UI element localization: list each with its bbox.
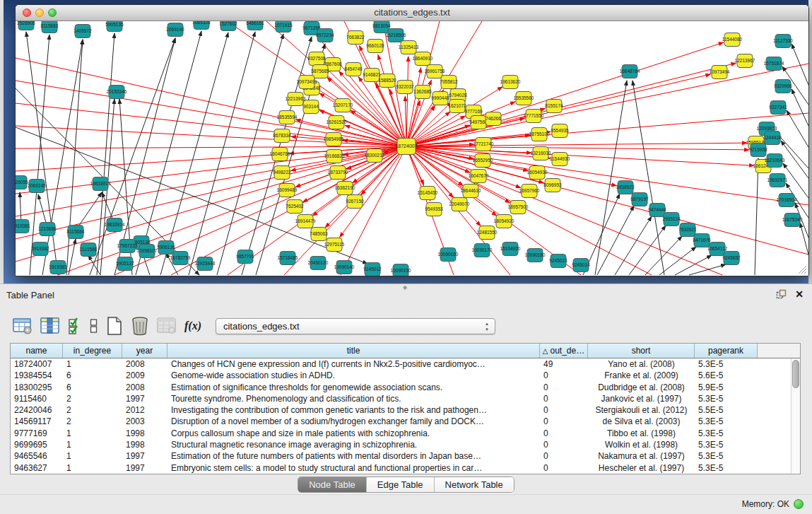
cell-name[interactable]: 9463627 [11, 462, 63, 474]
graph-node[interactable]: 19218506 [386, 29, 406, 42]
cell-short[interactable]: Yano et al. (2008) [588, 358, 695, 370]
cell-title[interactable]: Structural magnetic resonance image aver… [167, 439, 540, 450]
graph-node[interactable]: 8096953 [543, 179, 562, 192]
graph-node[interactable]: 16648784 [620, 65, 640, 78]
cell-pagerank[interactable]: 5.3E-5 [695, 428, 758, 439]
cell-short[interactable]: Dudbridge et al. (2008) [588, 382, 695, 393]
graph-node[interactable]: 10090180 [525, 249, 546, 262]
graph-node[interactable]: 9245013 [549, 255, 567, 268]
graph-node[interactable]: 1621072 [448, 100, 466, 113]
cell-short[interactable]: Nakamura et al. (1997) [588, 450, 695, 462]
graph-node[interactable]: 2935114 [663, 213, 681, 226]
graph-node[interactable]: 17721740 [473, 138, 494, 151]
column-header-out_de[interactable]: △out_de… [540, 344, 588, 358]
cell-title[interactable]: Genome-wide association studies in ADHD. [167, 370, 540, 381]
graph-node[interactable]: 3919382 [31, 243, 49, 256]
graph-node[interactable]: 9329966 [774, 80, 792, 93]
cell-name[interactable]: 19384554 [11, 370, 63, 381]
graph-node[interactable]: 9660128 [366, 40, 384, 53]
graph-node[interactable]: 15692971 [767, 174, 788, 187]
graph-node[interactable]: 9498222 [273, 166, 291, 180]
graph-node[interactable]: 18640910 [413, 52, 433, 66]
graph-node[interactable]: 16046766 [270, 148, 290, 161]
cell-in_degree[interactable]: 2 [63, 416, 122, 427]
table-selector-dropdown[interactable]: citations_edges.txt ▲▼ [216, 318, 495, 334]
column-header-in_degree[interactable]: in_degree [63, 344, 122, 358]
tab-node-table[interactable]: Node Table [298, 477, 366, 492]
graph-node[interactable]: 13216030 [531, 147, 551, 160]
graph-node[interactable]: 1071915 [274, 21, 293, 33]
memory-indicator[interactable]: Memory: OK [742, 499, 804, 509]
graph-node[interactable]: 1244418 [763, 132, 782, 145]
cell-title[interactable]: Estimation of significance thresholds fo… [167, 382, 540, 393]
cell-in_degree[interactable]: 2 [63, 393, 122, 404]
graph-node[interactable]: 18644610 [461, 185, 481, 198]
cell-out_de[interactable]: 0 [540, 404, 588, 416]
graph-node[interactable]: 10973493 [297, 76, 317, 89]
graph-node[interactable]: 9267150 [346, 195, 364, 209]
graph-node[interactable]: 1527602 [219, 21, 237, 31]
graph-node[interactable]: 15535560 [514, 92, 534, 105]
table-row[interactable]: 1872400712008Changes of HCN gene express… [11, 358, 800, 370]
graph-node[interactable]: 16261520 [326, 116, 347, 129]
graph-node[interactable]: 9215958 [749, 144, 767, 157]
graph-node[interactable]: 11675340 [782, 214, 803, 227]
cell-name[interactable]: 9465546 [11, 450, 63, 462]
graph-node[interactable]: 16054930 [527, 166, 548, 180]
cell-year[interactable]: 2009 [122, 370, 167, 381]
graph-node[interactable]: 18054920 [494, 215, 514, 228]
column-header-name[interactable]: name [11, 344, 63, 358]
graph-node[interactable]: 10090150 [391, 264, 411, 276]
cell-out_de[interactable]: 49 [540, 358, 588, 370]
graph-node[interactable]: 1362685 [413, 86, 432, 99]
window-resize-grip[interactable] [797, 264, 807, 274]
cell-title[interactable]: Estimation of the future numbers of pati… [167, 450, 540, 462]
graph-node[interactable]: 15145450 [418, 187, 438, 200]
graph-node[interactable]: 17771550 [524, 110, 544, 123]
graph-node[interactable]: 10090160 [438, 248, 459, 262]
graph-node[interactable]: 5905135 [105, 21, 124, 32]
graph-node[interactable]: 8938923 [616, 181, 635, 194]
cell-short[interactable]: Jankovic et al. (1997) [588, 393, 695, 404]
graph-node[interactable]: 10090140 [334, 261, 355, 274]
table-mode-icon[interactable] [13, 317, 33, 335]
cell-year[interactable]: 1998 [122, 439, 167, 450]
cell-out_de[interactable]: 0 [540, 370, 588, 381]
cell-short[interactable]: Wolkin et al. (1998) [588, 439, 695, 450]
cell-in_degree[interactable]: 1 [63, 462, 122, 474]
graph-node[interactable]: 2069140 [166, 23, 184, 37]
graph-node[interactable]: 7632621 [678, 223, 697, 237]
cell-short[interactable]: Tibbo et al. (1998) [588, 428, 695, 439]
float-window-icon[interactable] [776, 289, 787, 300]
cell-name[interactable]: 9699695 [11, 439, 63, 450]
graph-node[interactable]: 8115684 [67, 226, 85, 239]
graph-node[interactable]: 9554935 [551, 124, 569, 138]
graph-node[interactable]: 15718485 [278, 252, 298, 265]
function-builder-icon[interactable]: f(x) [184, 320, 201, 332]
cell-pagerank[interactable]: 5.3E-5 [695, 439, 758, 450]
graph-node[interactable]: 10958107 [137, 245, 158, 258]
graph-node[interactable]: 3919381 [16, 220, 30, 233]
cell-name[interactable]: 9777169 [11, 428, 63, 439]
graph-node[interactable]: 9327508 [307, 52, 326, 66]
cell-year[interactable]: 1997 [122, 393, 167, 404]
cell-title[interactable]: Investigating the contribution of common… [167, 404, 540, 416]
splitter-handle[interactable]: ◆ [403, 284, 407, 291]
graph-node[interactable]: 16047670 [469, 170, 489, 183]
graph-node[interactable]: 7485063 [310, 228, 328, 241]
cell-pagerank[interactable]: 5.9E-5 [695, 382, 758, 393]
graph-node[interactable]: 1588520 [378, 74, 396, 88]
graph-node[interactable]: 12923448 [195, 257, 216, 271]
graph-node[interactable]: 11544080 [722, 33, 743, 47]
network-canvas[interactable]: 2526905811568314055725905135206914010653… [16, 21, 808, 276]
graph-node[interactable]: 5906136 [157, 241, 175, 255]
cell-title[interactable]: Embryonic stem cells: a model to study s… [167, 462, 540, 474]
cell-pagerank[interactable]: 5.6E-5 [695, 370, 758, 381]
graph-node[interactable]: 17957223 [117, 240, 138, 253]
scrollbar-thumb[interactable] [792, 360, 799, 388]
unselect-all-icon[interactable] [90, 317, 98, 335]
cell-year[interactable]: 2003 [122, 416, 167, 427]
column-header-year[interactable]: year [122, 344, 167, 358]
graph-node[interactable]: 18957500 [508, 201, 529, 214]
table-row[interactable]: 946362711997Embryonic stem cells: a mode… [11, 462, 800, 474]
